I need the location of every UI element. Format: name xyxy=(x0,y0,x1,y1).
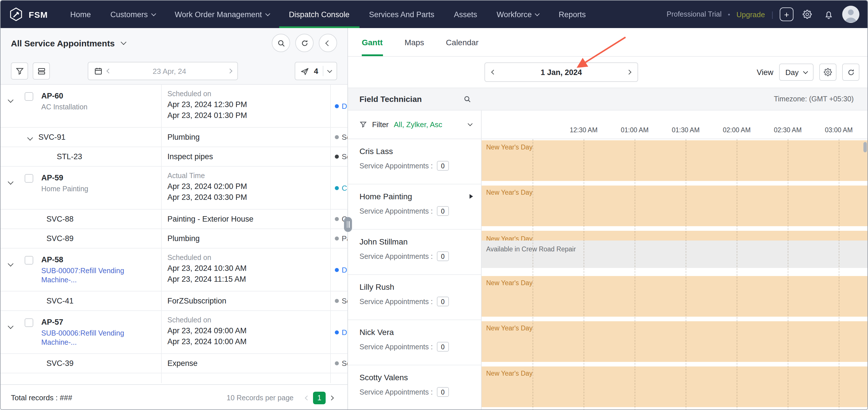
settings-button[interactable] xyxy=(800,7,815,22)
expand-crew-icon[interactable] xyxy=(469,194,473,199)
appointments-footer: Total records : ### 10 Records per page … xyxy=(1,384,347,410)
collapse-caret[interactable] xyxy=(9,92,20,127)
chevron-down-icon[interactable] xyxy=(328,68,332,73)
appointment-count-badge: 0 xyxy=(437,342,449,351)
status-text: Sc xyxy=(342,133,347,141)
technician-search-button[interactable] xyxy=(463,95,471,103)
row-checkbox[interactable] xyxy=(25,256,33,265)
plan-label: Professional Trial xyxy=(667,10,722,18)
technician-row-nick-vera[interactable]: Nick Vera Service Appointments :0 xyxy=(348,320,481,365)
appointment-row-ap-60[interactable]: AP-60 AC Installation Scheduled on Apr 2… xyxy=(1,85,347,128)
appointment-row-ap-58[interactable]: AP-58 SUB-00007:Refill Vending Machine-.… xyxy=(1,248,347,292)
service-row-svc-89[interactable]: SVC-89 Plumbing Pa xyxy=(1,229,347,248)
gantt-row-nick-vera[interactable]: New Year's Day xyxy=(482,320,867,365)
next-page-icon[interactable] xyxy=(329,396,334,400)
page-number-button[interactable]: 1 xyxy=(313,391,326,404)
appointment-subject-link[interactable]: SUB-00006:Refill Vending Machine-... xyxy=(41,329,127,347)
technician-row-john-stillman[interactable]: John Stillman Service Appointments :0 xyxy=(348,230,481,275)
nav-item-home[interactable]: Home xyxy=(61,1,101,28)
previous-date-icon[interactable] xyxy=(106,69,112,74)
view-controls: View Day xyxy=(757,64,859,81)
gantt-refresh-button[interactable] xyxy=(842,64,859,81)
schedule-label: Scheduled on xyxy=(167,90,324,98)
filter-button[interactable] xyxy=(11,62,28,79)
appointment-row-ap-59[interactable]: AP-59 Home Painting Actual Time Apr 23, … xyxy=(1,167,347,210)
nav-item-assets[interactable]: Assets xyxy=(444,1,487,28)
nav-item-dispatch-console[interactable]: Dispatch Console xyxy=(279,1,360,28)
filter-value: All, Zylker, Asc xyxy=(394,120,442,129)
collapse-caret[interactable] xyxy=(9,318,20,353)
availability-band[interactable]: Available in Crew Road Repair xyxy=(482,240,867,268)
gantt-row-cris-lass[interactable]: New Year's Day xyxy=(482,139,867,184)
appointment-row-ap-57[interactable]: AP-57 SUB-00006:Refill Vending Machine-.… xyxy=(1,311,347,354)
technician-row-scotty-valens[interactable]: Scotty Valens Service Appointments :0 xyxy=(348,365,481,410)
technician-row-lilly-rush[interactable]: Lilly Rush Service Appointments :0 xyxy=(348,275,481,320)
collapse-caret[interactable] xyxy=(9,255,20,291)
gantt-row-lilly-rush[interactable]: New Year's Day xyxy=(482,275,867,320)
gantt-row-john-stillman[interactable]: New Year's Day Available in Crew Road Re… xyxy=(482,230,867,275)
panel-splitter-handle[interactable] xyxy=(344,217,352,232)
nav-item-work-order-management[interactable]: Work Order Management xyxy=(165,1,279,28)
list-view-dropdown-icon[interactable] xyxy=(121,39,126,45)
records-per-page-label[interactable]: 10 Records per page xyxy=(227,394,294,402)
add-button[interactable]: + xyxy=(780,7,794,21)
view-mode-dropdown[interactable]: Day xyxy=(779,64,813,81)
technician-row-cris-lass[interactable]: Cris Lass Service Appointments :0 xyxy=(348,139,481,184)
holiday-band-clipped: New Year's Day xyxy=(482,231,867,240)
tab-gantt[interactable]: Gantt xyxy=(362,28,383,56)
task-row-stl-23[interactable]: STL-23 Inspect pipes Sc xyxy=(1,147,347,167)
gantt-scrollbar-thumb[interactable] xyxy=(863,142,867,152)
gantt-settings-button[interactable] xyxy=(819,64,836,81)
view-mode-button[interactable] xyxy=(33,62,50,79)
nav-item-reports[interactable]: Reports xyxy=(549,1,596,28)
collapse-caret[interactable] xyxy=(9,173,20,209)
gantt-timeline[interactable]: New Year's Day New Year's Day New Year's… xyxy=(482,139,867,410)
refresh-icon xyxy=(846,68,855,76)
tab-calendar[interactable]: Calendar xyxy=(446,28,479,56)
tab-maps[interactable]: Maps xyxy=(404,28,424,56)
timezone-label: Timezone: (GMT +05:30) xyxy=(482,95,867,103)
technician-row-home-painting[interactable]: Home Painting Service Appointments :0 xyxy=(348,184,481,230)
next-day-icon[interactable] xyxy=(627,70,631,75)
status-text: Sc xyxy=(342,297,347,305)
user-avatar[interactable] xyxy=(842,6,859,23)
row-checkbox[interactable] xyxy=(25,318,33,327)
dispatch-count-button[interactable]: 4 xyxy=(295,62,337,80)
schedule-start: Apr 23, 2024 12:30 PM xyxy=(167,99,324,110)
notifications-button[interactable] xyxy=(821,7,836,22)
field-technician-title: Field Technician xyxy=(360,95,422,104)
service-row-svc-88[interactable]: SVC-88 Painting - Exterior House C xyxy=(1,210,347,229)
collapse-panel-button[interactable] xyxy=(319,34,337,52)
app-logo[interactable]: FSM xyxy=(9,7,48,22)
search-button[interactable] xyxy=(272,34,290,52)
next-date-icon[interactable] xyxy=(227,69,232,74)
gantt-row-home-painting[interactable]: New Year's Day xyxy=(482,184,867,230)
nav-label: Dispatch Console xyxy=(289,10,350,19)
gantt-date-navigator[interactable]: 1 Jan, 2024 xyxy=(485,62,638,82)
gantt-row-scotty-valens[interactable]: New Year's Day xyxy=(482,365,867,410)
appointment-subject-link[interactable]: SUB-00007:Refill Vending Machine-... xyxy=(41,266,127,284)
status-dot xyxy=(335,186,339,190)
service-row-svc-41[interactable]: SVC-41 ForZSubscription Sc xyxy=(1,292,347,311)
previous-page-icon[interactable] xyxy=(305,396,310,400)
collapse-caret[interactable] xyxy=(28,131,38,142)
date-range-picker[interactable]: 23 Apr, 24 xyxy=(88,62,238,80)
appointment-count-badge: 0 xyxy=(437,161,449,171)
dispatch-count: 4 xyxy=(314,67,318,75)
refresh-list-button[interactable] xyxy=(295,34,314,52)
row-checkbox[interactable] xyxy=(25,174,33,183)
appointment-subject: Home Painting xyxy=(41,184,88,194)
top-navbar: FSM Home Customers Work Order Management… xyxy=(1,1,867,28)
appointment-id: AP-59 xyxy=(41,173,88,182)
nav-item-services-and-parts[interactable]: Services And Parts xyxy=(359,1,444,28)
upgrade-link[interactable]: Upgrade xyxy=(737,10,765,19)
service-row-svc-39[interactable]: SVC-39 Expense Sc xyxy=(1,354,347,373)
nav-item-customers[interactable]: Customers xyxy=(101,1,165,28)
technician-filter[interactable]: Filter All, Zylker, Asc xyxy=(348,110,482,139)
service-name: Expense xyxy=(167,359,197,368)
status-dot xyxy=(335,155,339,159)
status-text: Di xyxy=(342,328,347,336)
nav-item-workforce[interactable]: Workforce xyxy=(487,1,549,28)
row-checkbox[interactable] xyxy=(25,92,33,101)
service-row-svc-91[interactable]: SVC-91 Plumbing Sc xyxy=(1,128,347,147)
